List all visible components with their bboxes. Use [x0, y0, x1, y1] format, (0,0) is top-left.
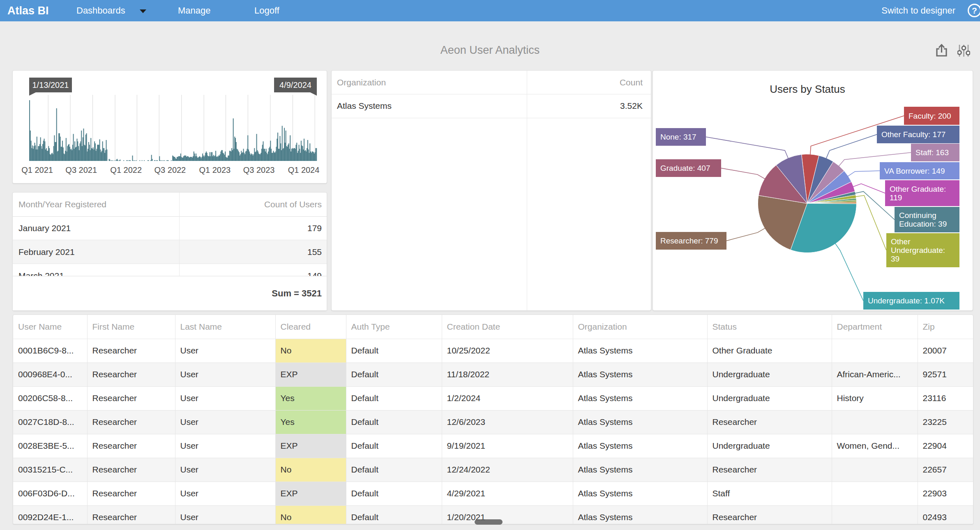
histogram-bar — [240, 154, 241, 161]
count-cell: 149 — [307, 264, 322, 276]
histogram-bar — [307, 140, 308, 161]
histogram-bar — [176, 159, 177, 161]
pie-label-other-faculty: Other Faculty: 177 — [877, 126, 959, 143]
histogram-bar — [272, 153, 273, 161]
users-table-row[interactable]: 0001B6C9-8...ResearcherUserNoDefault10/2… — [13, 339, 973, 363]
range-end-handle[interactable]: 4/9/2024 — [274, 78, 317, 92]
cell-cleared: Yes — [275, 410, 346, 434]
histogram-bar — [240, 156, 240, 161]
histogram-bar — [212, 152, 212, 161]
nav-item-dashboards[interactable]: Dashboards — [76, 0, 125, 21]
switch-to-designer-button[interactable]: Switch to designer — [881, 0, 955, 21]
histogram-bar — [299, 145, 300, 161]
cell-cleared: EXP — [275, 363, 346, 386]
cell-last-name: User — [175, 434, 275, 458]
histogram-bar — [58, 151, 58, 161]
cell-last-name: User — [175, 505, 275, 524]
cell-auth-type: Default — [346, 458, 442, 482]
histogram-bar — [173, 156, 174, 161]
histogram-bar — [205, 153, 206, 161]
cell-organization: Atlas Systems — [573, 363, 707, 386]
histogram-bar — [130, 160, 131, 161]
histogram-bar — [258, 151, 258, 161]
users-table-row[interactable]: 000968E4-0...ResearcherUserEXPDefault11/… — [13, 363, 973, 386]
cell-department: History — [832, 386, 918, 410]
pie-label-line: VA Borrower: 149 — [884, 167, 955, 175]
range-start-handle[interactable]: 1/13/2021 — [29, 78, 72, 92]
histogram-bar — [80, 143, 81, 161]
histogram-bar — [54, 135, 55, 161]
cell-organization: Atlas Systems — [573, 482, 707, 505]
histogram-bar — [276, 147, 277, 161]
histogram-bar — [262, 145, 263, 161]
cell-user-name: 000968E4-0... — [13, 363, 87, 386]
histogram-bar — [132, 156, 133, 161]
help-icon[interactable]: ? — [968, 4, 980, 17]
users-table-row[interactable]: 00206C58-8...ResearcherUserYesDefault1/2… — [13, 386, 973, 410]
histogram-bar — [142, 160, 143, 161]
histogram-bar — [68, 145, 69, 161]
org-row-name[interactable]: Atlas Systems — [337, 94, 392, 118]
nav-item-dashboards-label: Dashboards — [76, 5, 125, 16]
histogram-bar — [180, 154, 181, 161]
histogram-bar — [120, 160, 120, 161]
histogram-bar — [91, 148, 92, 161]
histogram-bar — [101, 152, 101, 161]
histogram-bar — [282, 126, 283, 161]
histogram-bar — [71, 150, 72, 161]
month-table-row[interactable]: February 2021155 — [13, 240, 327, 264]
histogram-bar — [214, 156, 214, 161]
histogram-bar — [154, 160, 155, 161]
histogram-bar — [293, 149, 293, 161]
histogram-bar — [288, 145, 288, 161]
histogram-bar — [57, 151, 58, 161]
histogram-bar — [30, 131, 31, 161]
cell-cleared: No — [275, 339, 346, 363]
histogram-bar — [55, 142, 55, 161]
histogram-bar — [98, 145, 99, 161]
month-table-row[interactable]: January 2021179 — [13, 216, 327, 240]
histogram-bar — [234, 137, 235, 161]
nav-item-logoff[interactable]: Logoff — [254, 0, 279, 21]
cell-department: Women, Gend... — [832, 434, 918, 458]
users-table-row[interactable]: 00315215-C...ResearcherUserNoDefault12/2… — [13, 458, 973, 482]
histogram-bar — [239, 152, 240, 161]
histogram-bar — [129, 160, 129, 161]
histogram-bar — [241, 151, 242, 161]
histogram-bar — [209, 156, 210, 161]
histogram-bar — [196, 156, 197, 161]
histogram-bar — [218, 156, 219, 161]
histogram-bar — [268, 151, 269, 161]
users-table-row[interactable]: 006F03D6-D...ResearcherUserEXPDefault4/2… — [13, 482, 973, 505]
horizontal-scrollbar-thumb[interactable] — [475, 519, 503, 525]
histogram-bar — [99, 145, 99, 161]
histogram-bar — [101, 151, 102, 161]
histogram-bar — [134, 160, 135, 161]
histogram-bar — [94, 141, 95, 161]
month-cell: January 2021 — [18, 216, 71, 240]
histogram-bar — [306, 151, 307, 161]
cell-user-name: 00315215-C... — [13, 458, 87, 482]
histogram-bar — [106, 140, 107, 161]
histogram-bar — [67, 146, 68, 161]
histogram-bar — [227, 158, 228, 161]
chevron-down-icon — [140, 9, 146, 13]
histogram-bar — [295, 149, 296, 161]
month-table-row[interactable]: March 2021149 — [13, 264, 327, 276]
histogram-bar — [212, 156, 213, 161]
users-table-row[interactable]: 0027C18D-8...ResearcherUserYesDefault12/… — [13, 410, 973, 434]
cell-auth-type: Default — [346, 363, 442, 386]
histogram-bar — [293, 148, 294, 161]
histogram-bar — [119, 160, 120, 161]
nav-item-manage[interactable]: Manage — [178, 0, 211, 21]
histogram-bar — [184, 156, 185, 161]
histogram-bar — [32, 145, 33, 161]
histogram-bar — [69, 147, 70, 161]
users-table-row[interactable]: 0028E3BE-5...ResearcherUserEXPDefault9/1… — [13, 434, 973, 458]
settings-sliders-icon[interactable] — [957, 44, 970, 57]
pie-label-line: Undergraduate: — [891, 246, 955, 255]
histogram-bar — [250, 154, 251, 161]
histogram-bar — [96, 151, 97, 161]
histogram-bar — [235, 138, 236, 161]
export-icon[interactable] — [936, 44, 948, 57]
